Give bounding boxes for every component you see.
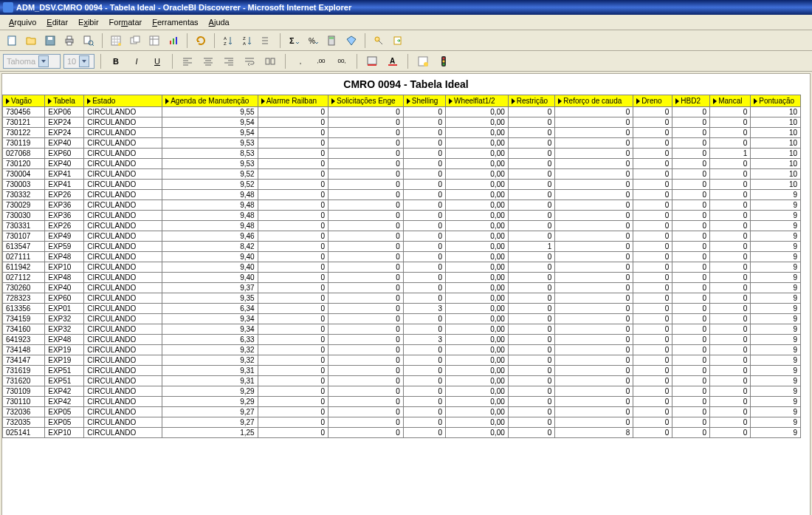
table-cell[interactable]: 10 (751, 149, 801, 159)
table-cell[interactable]: EXP06 (45, 107, 84, 117)
table-cell[interactable]: 0 (555, 407, 633, 417)
open-button[interactable] (22, 33, 40, 49)
table-row[interactable]: 730119EXP40CIRCULANDO9,530000,000000010 (3, 138, 801, 149)
table-cell[interactable]: 0 (710, 304, 751, 314)
table-row[interactable]: 027112EXP48CIRCULANDO9,400000,00000009 (3, 273, 801, 283)
chart-button[interactable] (165, 33, 182, 49)
table-cell[interactable]: 0,00 (446, 283, 509, 293)
table-cell[interactable]: 0 (508, 169, 555, 180)
table-cell[interactable]: 0 (258, 190, 328, 200)
table-cell[interactable]: 0 (633, 366, 672, 376)
table-row[interactable]: 732036EXP05CIRCULANDO9,270000,00000009 (3, 407, 801, 417)
column-header[interactable]: Dreno (633, 95, 672, 107)
table-cell[interactable]: 0 (633, 159, 672, 169)
table-cell[interactable]: 0 (555, 149, 633, 159)
table-row[interactable]: 641923EXP48CIRCULANDO6,330030,00000009 (3, 335, 801, 345)
sort-asc-button[interactable]: AZ (219, 33, 237, 49)
table-cell[interactable]: 8,42 (162, 242, 258, 252)
table-cell[interactable]: 0 (672, 180, 710, 190)
table-cell[interactable]: 0 (258, 262, 328, 273)
table-cell[interactable]: 0,00 (446, 242, 509, 252)
table-cell[interactable]: 0 (710, 397, 751, 407)
table-cell[interactable]: EXP32 (45, 324, 84, 335)
table-cell[interactable]: 0 (555, 159, 633, 169)
table-cell[interactable]: 0 (403, 293, 445, 304)
underline-button[interactable]: U (148, 53, 166, 69)
table-cell[interactable]: 0 (258, 252, 328, 262)
table-cell[interactable]: 0,00 (446, 355, 509, 366)
table-cell[interactable]: 0 (258, 283, 328, 293)
print-button[interactable] (61, 33, 78, 49)
table-cell[interactable]: 9 (751, 345, 801, 355)
table-cell[interactable]: 0 (672, 211, 710, 221)
table-cell[interactable]: 9 (751, 252, 801, 262)
table-cell[interactable]: 0 (710, 169, 751, 180)
table-row[interactable]: 730260EXP40CIRCULANDO9,370000,00000009 (3, 283, 801, 293)
table-cell[interactable]: 0 (710, 252, 751, 262)
table-cell[interactable]: 732035 (3, 417, 45, 428)
table-cell[interactable]: CIRCULANDO (84, 169, 162, 180)
menu-ferramentas[interactable]: Ferramentas (148, 16, 202, 28)
table-cell[interactable]: 0 (258, 273, 328, 283)
table-cell[interactable]: 0 (328, 428, 404, 438)
table-cell[interactable]: 0 (555, 335, 633, 345)
table-cell[interactable]: 0 (508, 293, 555, 304)
table-cell[interactable]: 0 (555, 231, 633, 242)
table-cell[interactable]: 0 (403, 376, 445, 386)
table-cell[interactable]: 0 (508, 262, 555, 273)
table-cell[interactable]: 3 (403, 304, 445, 314)
new-button[interactable] (3, 33, 21, 49)
table-cell[interactable]: 9,48 (162, 221, 258, 231)
table-cell[interactable]: 0 (633, 149, 672, 159)
table-cell[interactable]: 3 (403, 335, 445, 345)
table-cell[interactable]: 0 (710, 293, 751, 304)
table-cell[interactable]: 9,29 (162, 397, 258, 407)
print-preview-button[interactable] (80, 33, 97, 49)
table-cell[interactable]: 0 (555, 283, 633, 293)
table-cell[interactable]: 0 (328, 169, 404, 180)
table-cell[interactable]: 9 (751, 376, 801, 386)
table-cell[interactable]: 0 (633, 231, 672, 242)
table-row[interactable]: 734159EXP32CIRCULANDO9,340000,00000009 (3, 314, 801, 324)
table-cell[interactable]: 10 (751, 117, 801, 128)
table-cell[interactable]: 0 (672, 314, 710, 324)
table-cell[interactable]: 0 (672, 138, 710, 149)
table-cell[interactable]: 0 (403, 428, 445, 438)
table-cell[interactable]: 0 (710, 200, 751, 211)
table-row[interactable]: 732035EXP05CIRCULANDO9,270000,00000009 (3, 417, 801, 428)
table-cell[interactable]: CIRCULANDO (84, 283, 162, 293)
column-header[interactable]: Wheelflat1/2 (446, 95, 509, 107)
table-cell[interactable]: 0 (403, 231, 445, 242)
table-cell[interactable]: 0 (328, 345, 404, 355)
table-cell[interactable]: 0 (672, 149, 710, 159)
table-cell[interactable]: CIRCULANDO (84, 252, 162, 262)
table-row[interactable]: 730109EXP42CIRCULANDO9,290000,00000009 (3, 386, 801, 397)
table-cell[interactable]: 0 (555, 397, 633, 407)
table-cell[interactable]: 9 (751, 273, 801, 283)
table-cell[interactable]: 0 (328, 293, 404, 304)
table-cell[interactable]: 730029 (3, 200, 45, 211)
table-cell[interactable]: 0 (258, 428, 328, 438)
table-cell[interactable]: 0 (672, 407, 710, 417)
table-cell[interactable]: EXP10 (45, 262, 84, 273)
table-cell[interactable]: 0 (555, 107, 633, 117)
table-cell[interactable]: 730110 (3, 397, 45, 407)
table-cell[interactable]: 9 (751, 283, 801, 293)
table-cell[interactable]: CIRCULANDO (84, 211, 162, 221)
column-header[interactable]: Restrição (508, 95, 555, 107)
table-cell[interactable]: 0 (672, 386, 710, 397)
table-cell[interactable]: 0 (258, 366, 328, 376)
totals-button[interactable]: Σ (285, 33, 303, 49)
table-cell[interactable]: 9,54 (162, 128, 258, 138)
table-cell[interactable]: 0 (328, 200, 404, 211)
table-cell[interactable]: 730121 (3, 117, 45, 128)
table-cell[interactable]: 0 (258, 138, 328, 149)
column-header[interactable]: Mancal (710, 95, 751, 107)
table-cell[interactable]: 0 (328, 304, 404, 314)
table-row[interactable]: 027111EXP48CIRCULANDO9,400000,00000009 (3, 252, 801, 262)
table-cell[interactable]: 10 (751, 180, 801, 190)
table-cell[interactable]: 0 (403, 366, 445, 376)
table-cell[interactable]: 0 (403, 242, 445, 252)
table-row[interactable]: 730121EXP24CIRCULANDO9,540000,000000010 (3, 117, 801, 128)
table-cell[interactable]: 0 (258, 221, 328, 231)
